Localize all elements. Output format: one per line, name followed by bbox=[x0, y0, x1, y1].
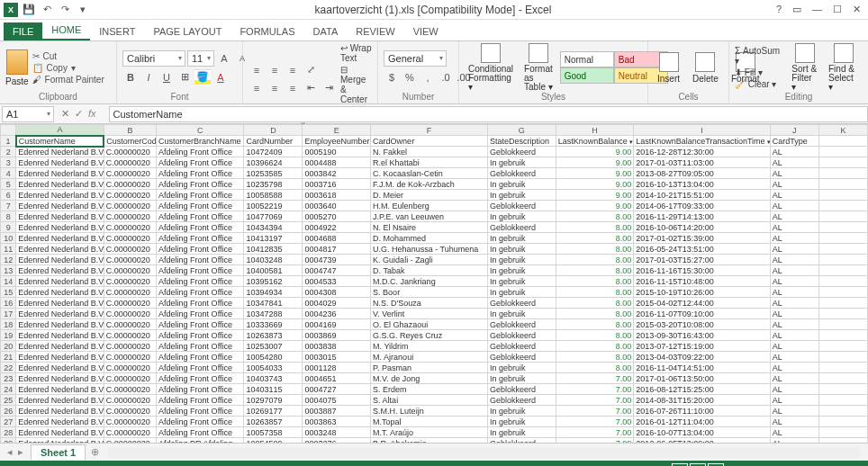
data-cell[interactable]: 2016-10-13T13:04:00 bbox=[634, 179, 770, 190]
data-cell[interactable]: Afdeling Front Office bbox=[157, 265, 244, 276]
data-cell[interactable]: 10347841 bbox=[244, 298, 303, 309]
data-cell[interactable]: 8.00 bbox=[556, 330, 634, 341]
row-header[interactable]: 20 bbox=[1, 341, 16, 352]
data-cell[interactable]: Geblokkeerd bbox=[487, 147, 556, 157]
data-cell[interactable]: AL bbox=[770, 265, 818, 276]
data-cell[interactable]: 2017-01-03T15:27:00 bbox=[634, 255, 770, 265]
data-cell[interactable]: 0004739 bbox=[303, 255, 371, 265]
data-cell[interactable] bbox=[818, 363, 867, 373]
data-cell[interactable]: Edenred Nederland B.V. bbox=[16, 363, 104, 373]
data-cell[interactable]: Afdeling Front Office bbox=[157, 363, 244, 373]
align-left-icon[interactable]: ≡ bbox=[249, 80, 265, 96]
data-cell[interactable]: Edenred Nederland B.V. bbox=[16, 265, 104, 276]
data-cell[interactable]: 0001128 bbox=[303, 363, 371, 373]
data-cell[interactable]: 0004727 bbox=[303, 384, 371, 395]
data-cell[interactable]: Geblokkeerd bbox=[487, 168, 556, 179]
data-cell[interactable]: C.00000020 bbox=[104, 276, 156, 287]
data-cell[interactable]: Afdeling Front Office bbox=[157, 211, 244, 222]
clear-button[interactable]: 🧹 Clear ▾ bbox=[735, 79, 784, 89]
data-cell[interactable]: 8.00 bbox=[556, 298, 634, 309]
indent-decrease-icon[interactable]: ⇤ bbox=[303, 80, 319, 96]
data-cell[interactable]: H.M. Eulenberg bbox=[371, 201, 488, 211]
qat-more-icon[interactable]: ▾ bbox=[76, 3, 90, 17]
data-cell[interactable]: AL bbox=[770, 233, 818, 244]
sheet-nav-first-icon[interactable]: ◂ bbox=[7, 446, 13, 458]
data-cell[interactable]: C.00000020 bbox=[104, 190, 156, 201]
data-cell[interactable]: Afdeling Front Office bbox=[157, 287, 244, 298]
data-cell[interactable]: 2015-10-19T10:26:00 bbox=[634, 287, 770, 298]
data-cell[interactable]: 0004817 bbox=[303, 244, 371, 255]
insert-cells-button[interactable]: Insert bbox=[654, 52, 683, 84]
data-cell[interactable]: AL bbox=[770, 201, 818, 211]
row-header[interactable]: 26 bbox=[1, 406, 16, 417]
data-cell[interactable]: M.Topal bbox=[371, 417, 488, 427]
data-cell[interactable]: 2016-11-16T15:30:00 bbox=[634, 265, 770, 276]
data-cell[interactable]: C.00000020 bbox=[104, 168, 156, 179]
data-cell[interactable]: 2016-08-12T15:25:00 bbox=[634, 384, 770, 395]
data-cell[interactable]: 10054509 bbox=[244, 438, 303, 444]
header-cell[interactable]: CardOwner bbox=[371, 136, 488, 147]
data-cell[interactable]: C.00000020 bbox=[104, 406, 156, 417]
data-cell[interactable]: Edenred Nederland B.V. bbox=[16, 168, 104, 179]
data-cell[interactable]: 10263873 bbox=[244, 330, 303, 341]
row-header[interactable]: 16 bbox=[1, 298, 16, 309]
data-cell[interactable]: 9.00 bbox=[556, 147, 634, 157]
data-cell[interactable]: Afdeling Front Office bbox=[157, 201, 244, 211]
row-header[interactable]: 27 bbox=[1, 417, 16, 427]
data-cell[interactable] bbox=[818, 244, 867, 255]
row-header[interactable]: 11 bbox=[1, 244, 16, 255]
tab-view[interactable]: VIEW bbox=[404, 22, 448, 40]
data-cell[interactable]: AL bbox=[770, 363, 818, 373]
data-cell[interactable]: AL bbox=[770, 330, 818, 341]
copy-button[interactable]: 📋Copy ▾ bbox=[32, 62, 104, 74]
data-cell[interactable]: 2014-08-31T15:20:00 bbox=[634, 395, 770, 406]
data-cell[interactable]: 10403248 bbox=[244, 255, 303, 265]
row-header[interactable]: 8 bbox=[1, 211, 16, 222]
data-cell[interactable]: Afdeling Front Office bbox=[157, 352, 244, 363]
data-cell[interactable]: F.J.M. de Kok-Arzbach bbox=[371, 179, 488, 190]
find-select-button[interactable]: Find & Select ▾ bbox=[825, 43, 863, 92]
data-cell[interactable]: 0004747 bbox=[303, 265, 371, 276]
data-cell[interactable]: Afdeling Front Office bbox=[157, 244, 244, 255]
minimize-icon[interactable]: — bbox=[812, 4, 822, 15]
border-button[interactable]: ⊞ bbox=[176, 69, 193, 85]
data-cell[interactable]: 10333669 bbox=[244, 319, 303, 330]
data-cell[interactable]: N.S. D'Souza bbox=[371, 298, 488, 309]
data-cell[interactable]: In gebruik bbox=[487, 417, 556, 427]
header-cell[interactable] bbox=[818, 136, 867, 147]
data-cell[interactable]: Geblokkeerd bbox=[487, 384, 556, 395]
autosum-button[interactable]: Σ AutoSum ▾ bbox=[735, 46, 784, 66]
cut-button[interactable]: ✂Cut bbox=[32, 50, 104, 62]
data-cell[interactable] bbox=[818, 384, 867, 395]
font-size-combo[interactable]: 11 bbox=[187, 50, 214, 67]
data-cell[interactable]: Afdeling Front Office bbox=[157, 222, 244, 233]
data-cell[interactable]: 2012-06-05T13:09:00 bbox=[634, 438, 770, 444]
row-header[interactable]: 13 bbox=[1, 265, 16, 276]
data-cell[interactable]: AL bbox=[770, 438, 818, 444]
data-cell[interactable] bbox=[818, 179, 867, 190]
data-cell[interactable]: 10297079 bbox=[244, 395, 303, 406]
row-header[interactable]: 28 bbox=[1, 427, 16, 438]
data-cell[interactable]: 10400581 bbox=[244, 265, 303, 276]
data-cell[interactable]: C.00000020 bbox=[104, 427, 156, 438]
data-cell[interactable]: Geblokkeerd bbox=[487, 201, 556, 211]
data-cell[interactable]: 10253585 bbox=[244, 168, 303, 179]
data-cell[interactable]: AL bbox=[770, 276, 818, 287]
data-cell[interactable] bbox=[818, 395, 867, 406]
tab-page-layout[interactable]: PAGE LAYOUT bbox=[144, 22, 231, 40]
data-cell[interactable]: 0004651 bbox=[303, 373, 371, 384]
row-header[interactable]: 6 bbox=[1, 190, 16, 201]
data-cell[interactable]: Geblokkeerd bbox=[487, 319, 556, 330]
data-cell[interactable]: In gebruik bbox=[487, 276, 556, 287]
data-cell[interactable]: Edenred Nederland B.V. bbox=[16, 190, 104, 201]
paste-button[interactable]: Paste bbox=[5, 49, 29, 86]
data-cell[interactable]: 0004236 bbox=[303, 309, 371, 319]
data-cell[interactable]: AL bbox=[770, 287, 818, 298]
data-cell[interactable]: Edenred Nederland B.V. bbox=[16, 276, 104, 287]
style-normal[interactable]: Normal bbox=[560, 51, 614, 67]
data-cell[interactable]: C.00000020 bbox=[104, 319, 156, 330]
data-cell[interactable]: N. Fakkel bbox=[371, 147, 488, 157]
data-cell[interactable] bbox=[818, 222, 867, 233]
row-header[interactable]: 14 bbox=[1, 276, 16, 287]
data-cell[interactable]: U.G. Hehanussa - Tuhumena bbox=[371, 244, 488, 255]
